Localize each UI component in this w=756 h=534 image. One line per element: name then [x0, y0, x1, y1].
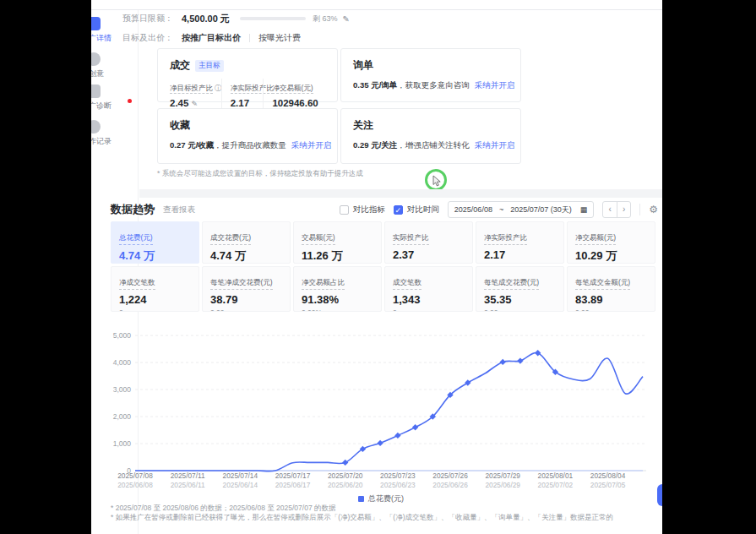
section-gap: [139, 189, 662, 198]
svg-text:5,000: 5,000: [113, 331, 132, 340]
creative-icon: [91, 52, 101, 66]
bidding-row: 目标及出价： 按推广目标出价 按曝光计费: [122, 30, 301, 46]
trend-metric-cards: 总花费(元)4.74 万0.00 成交花费(元)4.74 万0.00 交易额(元…: [111, 221, 655, 312]
screenshot-stage: 广详情 创意 广诊断 作记录 预算日限额： 4,500.00 元 剩 63% ✎: [0, 0, 756, 534]
trend-card-amount-per-order[interactable]: 每笔成交金额(元)83.890.00: [567, 266, 655, 312]
goal-title: 收藏: [170, 118, 190, 133]
history-icon: [91, 120, 101, 134]
sidebar-item-label: 创意: [91, 68, 139, 79]
goal-lead: 0.27 元/收藏: [170, 140, 214, 150]
ad-campaign-dashboard: 广详情 创意 广诊断 作记录 预算日限额： 4,500.00 元 剩 63% ✎: [91, 0, 662, 534]
svg-text:2025/07/26: 2025/07/26: [432, 471, 468, 480]
goal-title: 关注: [353, 118, 373, 133]
metric-label: 净交易额(元): [272, 84, 313, 94]
metric-label: 净目标投产比: [170, 84, 213, 94]
primary-goal-badge: 主目标: [195, 60, 224, 72]
edit-icon[interactable]: ✎: [191, 100, 198, 108]
svg-text:2025/07/05: 2025/07/05: [590, 481, 626, 489]
svg-text:2025/06/29: 2025/06/29: [485, 481, 520, 489]
goal-title: 成交: [170, 58, 190, 73]
budget-progress-bar: [240, 17, 306, 20]
goal-card-favorite: 收藏 0.27 元/收藏，提升商品收藏数量采纳并开启: [157, 108, 338, 164]
date-separator: ~: [499, 205, 503, 214]
view-report-link[interactable]: 查看报表: [163, 204, 195, 215]
bidding-label: 目标及出价：: [122, 32, 173, 44]
trend-card-net-cost-per-order[interactable]: 每笔净成交花费(元)38.790.00: [202, 266, 291, 312]
metric-value: 2.17: [231, 98, 249, 108]
budget-label: 预算日限额：: [122, 13, 173, 25]
compare-metric-label: 对比指标: [353, 204, 385, 215]
trend-card-orders[interactable]: 成交笔数1,3430: [384, 266, 473, 312]
bid-option-impression[interactable]: 按曝光计费: [258, 32, 301, 44]
svg-text:2025/06/26: 2025/06/26: [432, 481, 468, 489]
trend-title: 数据趋势: [111, 202, 155, 217]
goal-metric: 净交易额(元) 102946.60: [263, 79, 325, 108]
svg-text:2025/06/08: 2025/06/08: [117, 481, 153, 489]
gear-icon[interactable]: ⚙: [649, 204, 658, 215]
sidebar-item-diagnosis[interactable]: 广诊断: [91, 84, 139, 112]
goal-metric: 净目标投产比ⓘ 2.45✎: [170, 79, 221, 108]
budget-value: 4,500.00 元: [182, 13, 230, 25]
metric-value: 102946.60: [272, 98, 318, 108]
legend-swatch: [358, 496, 364, 502]
adopt-enable-link[interactable]: 采纳并开启: [291, 140, 332, 150]
trend-card-roi[interactable]: 实际投产比2.370.00: [384, 221, 473, 264]
compare-time-label: 对比时间: [407, 204, 439, 215]
budget-remaining: 剩 63%: [313, 14, 338, 25]
sidebar-item-label: 广诊断: [91, 101, 139, 112]
divider: [249, 34, 250, 42]
goal-desc: ，获取更多意向咨询: [397, 80, 470, 90]
mouse-cursor-icon: [432, 175, 443, 187]
trend-card-net-roi[interactable]: 净实际投产比2.170.00: [476, 221, 564, 264]
date-pager: ‹ ›: [602, 201, 631, 218]
next-period-button[interactable]: ›: [617, 202, 630, 217]
chart-footnote-2: * 如果推广在暂停或删除前已经获得了曝光，那么在暂停或删除后展示「(净)交易额」…: [111, 513, 613, 523]
metric-value: 2.45: [170, 98, 188, 108]
goal-cards: 成交主目标 净目标投产比ⓘ 2.45✎ 净实际投产比 2.17 净交易额(元) …: [157, 48, 521, 164]
goal-lead: 0.35 元/询单: [353, 80, 397, 90]
bid-option-goal[interactable]: 按推广目标出价: [182, 32, 241, 44]
svg-text:2025/06/20: 2025/06/20: [328, 481, 363, 489]
goal-title: 询单: [353, 58, 373, 73]
svg-text:2025/07/23: 2025/07/23: [380, 471, 416, 480]
promo-detail-icon: [91, 17, 101, 30]
svg-text:2025/07/20: 2025/07/20: [328, 471, 363, 480]
budget-row: 预算日限额： 4,500.00 元 剩 63% ✎: [122, 10, 350, 27]
compare-time-checkbox[interactable]: ✓: [394, 205, 403, 215]
trend-card-deal-cost[interactable]: 成交花费(元)4.74 万0.00: [202, 221, 291, 264]
svg-text:3,000: 3,000: [113, 385, 132, 394]
prev-period-button[interactable]: ‹: [603, 202, 617, 217]
goal-desc: ，增强店铺关注转化: [397, 140, 470, 150]
trend-controls: 对比指标 ✓ 对比时间 2025/06/08 ~ 2025/07/07 (30天…: [340, 201, 658, 218]
goal-metric: 净实际投产比 2.17: [221, 79, 264, 108]
goal-metrics: 净目标投产比ⓘ 2.45✎ 净实际投产比 2.17 净交易额(元) 102946…: [170, 79, 325, 108]
sidebar-item-creative[interactable]: 创意: [91, 52, 139, 79]
svg-text:2,000: 2,000: [113, 412, 132, 421]
floating-side-button[interactable]: [657, 484, 662, 506]
date-start: 2025/06/08: [454, 205, 492, 214]
svg-text:4,000: 4,000: [113, 358, 132, 367]
compare-metric-checkbox[interactable]: [340, 205, 349, 215]
budget-edit-icon[interactable]: ✎: [342, 14, 349, 24]
trend-card-total-cost[interactable]: 总花费(元)4.74 万0.00: [111, 221, 199, 264]
svg-text:2025/07/08: 2025/07/08: [117, 471, 153, 480]
svg-text:2025/07/29: 2025/07/29: [485, 471, 520, 480]
goal-note: * 系统会尽可能达成您设置的目标，保持稳定投放有助于提升达成: [157, 169, 363, 179]
diagnosis-icon: [91, 84, 101, 98]
trend-card-cost-per-order[interactable]: 每笔成交花费(元)35.350.00: [476, 266, 564, 312]
trend-line-chart: 01,0002,0003,0004,0005,0002025/07/082025…: [111, 324, 651, 493]
adopt-enable-link[interactable]: 采纳并开启: [475, 80, 515, 90]
svg-text:2025/07/11: 2025/07/11: [171, 471, 205, 480]
date-range-picker[interactable]: 2025/06/08 ~ 2025/07/07 (30天) ▦: [448, 201, 594, 218]
trend-card-net-gmv[interactable]: 净交易额(元)10.29 万0.00: [567, 221, 655, 264]
sidebar-item-label: 作记录: [91, 136, 139, 147]
trend-card-net-gmv-ratio[interactable]: 净交易额占比91.38%0.00%: [293, 266, 382, 312]
adopt-enable-link[interactable]: 采纳并开启: [475, 140, 515, 150]
goal-card-deal: 成交主目标 净目标投产比ⓘ 2.45✎ 净实际投产比 2.17 净交易额(元) …: [157, 48, 338, 102]
trend-card-net-orders[interactable]: 净成交笔数1,2240: [111, 266, 199, 312]
trend-card-gmv[interactable]: 交易额(元)11.26 万0.00: [293, 221, 382, 264]
svg-text:2025/08/01: 2025/08/01: [538, 471, 574, 480]
sidebar-item-history[interactable]: 作记录: [91, 120, 139, 147]
goal-card-follow: 关注 0.29 元/关注，增强店铺关注转化采纳并开启: [340, 108, 521, 164]
svg-text:2025/06/11: 2025/06/11: [171, 481, 205, 489]
